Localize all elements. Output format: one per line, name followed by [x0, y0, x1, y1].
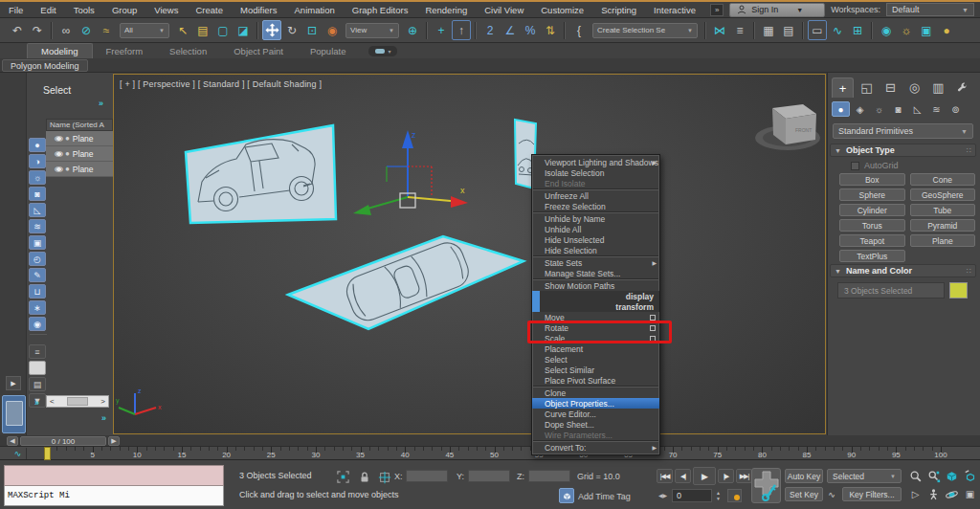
select-and-link-icon[interactable]: ∞: [56, 20, 76, 40]
panel-expand-chevron[interactable]: »: [99, 99, 103, 108]
sign-in-button[interactable]: Sign In ▼: [729, 3, 825, 17]
autogrid-checkbox[interactable]: [851, 162, 859, 170]
reference-coordinate-dropdown[interactable]: View▼: [345, 23, 399, 38]
select-by-name-icon[interactable]: ▤: [193, 20, 212, 40]
menu-civil-view[interactable]: Civil View: [476, 2, 532, 17]
context-menu-item-state-sets[interactable]: State Sets▶: [532, 257, 659, 268]
named-selection-set-dropdown[interactable]: Create Selection Se▼: [592, 23, 698, 38]
scrollbar-thumb[interactable]: [67, 397, 88, 406]
perspective-viewport[interactable]: [ + ] [ Perspective ] [ Standard ] [ Def…: [113, 74, 826, 434]
pick-swatch-icon[interactable]: [29, 361, 46, 375]
percent-snap-icon[interactable]: %: [521, 20, 540, 40]
curve-editor-icon[interactable]: ∿: [828, 20, 847, 40]
display-bones-icon[interactable]: ◴: [29, 252, 46, 266]
context-menu-item-object-properties[interactable]: Object Properties...: [532, 398, 659, 409]
context-menu-item-rotate[interactable]: Rotate: [532, 322, 659, 333]
context-menu-item-clone[interactable]: Clone: [532, 387, 659, 398]
context-menu-item-unhide-by-name[interactable]: Unhide by Name: [532, 213, 659, 224]
workspace-dropdown[interactable]: Default ▼: [886, 3, 974, 16]
ribbon-tab-object-paint[interactable]: Object Paint: [220, 44, 297, 58]
frame-spinner[interactable]: ▲▼: [714, 489, 723, 502]
auto-key-button[interactable]: Auto Key: [785, 469, 823, 483]
rendered-frame-window-icon[interactable]: ▣: [917, 20, 936, 40]
orbit-icon[interactable]: [944, 486, 960, 502]
context-menu-item-move[interactable]: Move: [532, 312, 659, 322]
primitive-category-dropdown[interactable]: Standard Primitives ▼: [833, 123, 973, 139]
context-menu-item-scale[interactable]: Scale: [532, 333, 659, 343]
time-slider-next-button[interactable]: ▶: [108, 436, 120, 446]
x-coordinate-field[interactable]: [406, 470, 448, 482]
named-selection-sets-icon[interactable]: {: [569, 20, 589, 40]
context-menu-item-dope-sheet[interactable]: Dope Sheet...: [532, 419, 659, 430]
menu-overflow-button[interactable]: »: [710, 4, 724, 16]
helpers-category-icon[interactable]: ◺: [908, 101, 926, 117]
set-key-button[interactable]: Set Key: [785, 487, 823, 501]
menu-modifiers[interactable]: Modifiers: [232, 2, 286, 17]
utilities-tab[interactable]: [951, 77, 973, 98]
selection-dot-icon[interactable]: ●: [65, 165, 70, 173]
menu-scripting[interactable]: Scripting: [592, 2, 645, 17]
display-materials-icon[interactable]: ✎: [29, 268, 46, 282]
polygon-modeling-panel-button[interactable]: Polygon Modeling: [2, 59, 88, 72]
context-menu-item-manage-state-sets[interactable]: Manage State Sets...: [532, 268, 659, 278]
zoom-extents-all-icon[interactable]: [962, 468, 978, 484]
context-menu-item-select-similar[interactable]: Select Similar: [532, 365, 659, 375]
ribbon-tab-freeform[interactable]: Freeform: [93, 44, 157, 58]
object-type-torus-button[interactable]: Torus: [839, 219, 905, 232]
key-step-icons[interactable]: ◀▶: [658, 492, 667, 498]
lock-cell-editing-icon[interactable]: ≡: [29, 344, 46, 359]
y-coordinate-field[interactable]: [468, 470, 510, 482]
select-and-move-icon[interactable]: [262, 20, 281, 40]
zoom-icon[interactable]: [907, 468, 924, 484]
go-to-end-button[interactable]: ▶▶|: [736, 469, 752, 483]
go-to-start-button[interactable]: |◀◀: [657, 469, 673, 483]
context-menu-item-convert-to[interactable]: Convert To:▶: [532, 442, 659, 453]
current-frame-field[interactable]: 0: [672, 489, 712, 502]
isolate-selection-icon[interactable]: [335, 470, 350, 484]
time-tag-cube-icon[interactable]: [559, 488, 574, 503]
display-cameras-icon[interactable]: ◙: [29, 187, 46, 201]
object-type-tube-button[interactable]: Tube: [910, 204, 976, 216]
select-and-rotate-icon[interactable]: ↻: [282, 20, 301, 40]
context-menu-item-freeze-selection[interactable]: Freeze Selection: [532, 201, 659, 211]
align-icon[interactable]: ≡: [730, 20, 749, 40]
absolute-offset-mode-icon[interactable]: [377, 470, 392, 484]
layer-explorer-icon[interactable]: ▤: [779, 20, 798, 40]
time-slider-marker[interactable]: [44, 447, 51, 460]
context-menu-item-viewport-lighting-and-shadows[interactable]: Viewport Lighting and Shadows▶: [532, 157, 659, 167]
explorer-row-plane[interactable]: ◉●Plane: [46, 162, 113, 177]
cameras-category-icon[interactable]: ◙: [889, 101, 907, 117]
next-frame-button[interactable]: |▶: [718, 469, 734, 483]
render-production-icon[interactable]: ●: [937, 20, 956, 40]
object-type-plane-button[interactable]: Plane: [910, 234, 976, 247]
object-color-swatch[interactable]: [949, 282, 968, 299]
context-menu-item-place-pivot-surface[interactable]: Place Pivot Surface: [532, 375, 659, 386]
set-keys-button[interactable]: [751, 468, 781, 503]
mini-curve-editor-icon[interactable]: ∿: [10, 448, 27, 459]
scroll-left-icon[interactable]: <: [50, 397, 55, 406]
display-lights-icon[interactable]: ☼: [29, 170, 46, 185]
zoom-region-icon[interactable]: ▷: [907, 486, 924, 502]
minimized-scene-explorer-button[interactable]: [2, 395, 26, 433]
add-time-tag-label[interactable]: Add Time Tag: [578, 492, 631, 501]
view-cube[interactable]: FRONT: [755, 104, 820, 150]
display-helpers-icon[interactable]: ◺: [29, 203, 46, 217]
display-frozen-icon[interactable]: ∗: [29, 300, 46, 315]
schematic-view-icon[interactable]: ⊞: [848, 20, 867, 40]
key-filter-scope-dropdown[interactable]: Selected ▼: [827, 469, 902, 483]
window-crossing-icon[interactable]: ◪: [234, 20, 253, 40]
hierarchy-tab[interactable]: ⊟: [880, 77, 902, 98]
key-mode-toggle-icon[interactable]: [727, 489, 742, 502]
select-and-scale-icon[interactable]: ⊡: [302, 20, 322, 40]
mirror-icon[interactable]: ⋈: [710, 20, 729, 40]
ribbon-tab-selection[interactable]: Selection: [156, 44, 220, 58]
menu-interactive[interactable]: Interactive: [645, 2, 704, 17]
select-and-place-icon[interactable]: ◉: [323, 20, 342, 40]
menu-animation[interactable]: Animation: [286, 2, 344, 17]
context-menu-item-hide-selection[interactable]: Hide Selection: [532, 245, 659, 255]
autogrid-option[interactable]: AutoGrid: [851, 161, 899, 170]
plane-side-view[interactable]: [186, 125, 336, 223]
object-type-rollout[interactable]: ▼ Object Type ∷: [830, 144, 976, 157]
play-button[interactable]: ▶: [693, 467, 716, 485]
explorer-row-plane[interactable]: ◉●Plane: [46, 146, 113, 162]
